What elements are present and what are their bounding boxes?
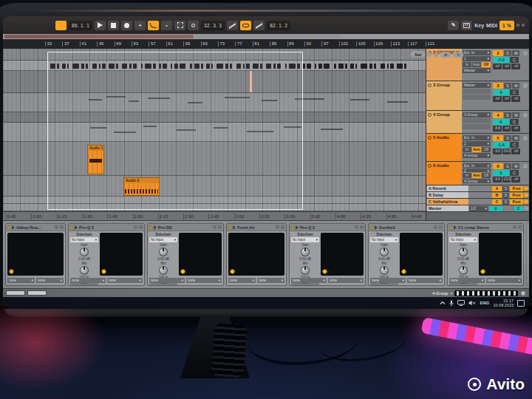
routing-output-chooser[interactable]: Master▾ bbox=[463, 83, 491, 88]
macro-map-slot[interactable]: none▾ bbox=[257, 278, 284, 283]
pan-value[interactable]: C bbox=[510, 119, 519, 125]
hot-swap-icon[interactable] bbox=[276, 225, 279, 229]
gain-knob[interactable] bbox=[301, 248, 310, 256]
audio-clip[interactable]: Audio 1 bbox=[87, 145, 104, 174]
draw-grid-button[interactable]: ✎ bbox=[453, 52, 463, 58]
sidechain-input-chooser[interactable]: No Input▾ bbox=[370, 237, 398, 242]
kick-clip-segment[interactable] bbox=[67, 64, 69, 69]
return-track-header[interactable]: A ReverbASPost bbox=[426, 185, 529, 192]
post-toggle[interactable]: Post bbox=[510, 200, 523, 205]
arm-button[interactable] bbox=[512, 135, 519, 141]
midi-keyboard-overview[interactable] bbox=[6, 290, 25, 296]
clip-stop-button[interactable] bbox=[523, 136, 528, 140]
kick-clip-segment[interactable] bbox=[355, 64, 357, 69]
play-button[interactable] bbox=[95, 21, 106, 30]
arm-button[interactable] bbox=[512, 163, 519, 169]
macro-map-slot[interactable]: none▾ bbox=[149, 278, 185, 283]
unfold-icon[interactable] bbox=[454, 225, 457, 230]
kick-clip-segment[interactable] bbox=[361, 64, 367, 69]
pan-value[interactable]: C bbox=[510, 142, 519, 148]
post-toggle[interactable]: Post bbox=[510, 186, 523, 191]
solo-button[interactable]: S bbox=[504, 135, 511, 141]
plugin-window[interactable] bbox=[479, 233, 522, 276]
plugin-edit-icon[interactable] bbox=[439, 225, 443, 229]
kick-clip-segment[interactable] bbox=[369, 64, 372, 69]
audio-clip[interactable]: Audio 2 bbox=[123, 177, 160, 196]
kick-clip-segment[interactable] bbox=[57, 64, 59, 69]
hot-swap-icon[interactable] bbox=[355, 225, 358, 229]
kick-clip-segment[interactable] bbox=[171, 64, 172, 69]
solo-button[interactable]: S bbox=[504, 50, 511, 56]
loop-start[interactable]: 32. 3. 3 bbox=[201, 21, 225, 30]
arm-button[interactable] bbox=[512, 50, 519, 56]
kick-clip-segment[interactable] bbox=[50, 64, 55, 69]
track-header[interactable]: 4 Group3-Group▾4S0C-8.8-inf-inf bbox=[426, 111, 529, 134]
kick-clip-segment[interactable] bbox=[297, 64, 300, 69]
macro-map-slot[interactable]: none▾ bbox=[7, 278, 35, 283]
unfold-icon[interactable] bbox=[75, 225, 78, 230]
device-titlebar[interactable]: Abbey Roa... bbox=[6, 224, 65, 231]
macro-map-slot[interactable]: none▾ bbox=[407, 278, 443, 283]
kick-clip-segment[interactable] bbox=[277, 64, 281, 69]
routing-input-chooser[interactable]: 1▾ bbox=[463, 56, 491, 61]
unfold-icon[interactable] bbox=[375, 225, 378, 230]
clip-stop-button[interactable] bbox=[523, 83, 528, 88]
unfold-icon[interactable] bbox=[233, 225, 236, 230]
monitor-in-button[interactable]: In bbox=[463, 147, 471, 152]
device-titlebar[interactable]: Pro-DS bbox=[148, 224, 223, 231]
kick-clip-segment[interactable] bbox=[141, 64, 143, 69]
kick-clip-segment[interactable] bbox=[225, 64, 228, 69]
kick-clip-segment[interactable] bbox=[72, 64, 79, 69]
unfold-icon[interactable] bbox=[296, 225, 299, 230]
loop-length[interactable]: 82. 1. 2 bbox=[267, 21, 290, 30]
kick-clip-segment[interactable] bbox=[99, 64, 100, 69]
computer-midi-keyboard-button[interactable] bbox=[461, 21, 472, 30]
punch-in-button[interactable] bbox=[227, 21, 238, 30]
macro-map-slot[interactable]: none▾ bbox=[449, 278, 485, 283]
solo-button[interactable]: S bbox=[504, 163, 511, 169]
language-indicator[interactable]: ENG bbox=[480, 301, 489, 305]
plugin-window[interactable] bbox=[100, 233, 143, 276]
unfold-icon[interactable] bbox=[428, 164, 432, 168]
beat-time-ruler[interactable]: 3337414549535761656973778185899397101105… bbox=[3, 39, 529, 49]
device-titlebar[interactable]: Pro-Q 3 bbox=[69, 224, 144, 231]
routing-input-chooser[interactable]: 2▾ bbox=[463, 168, 491, 173]
solo-button[interactable]: S bbox=[502, 186, 509, 191]
microphone-icon[interactable] bbox=[449, 300, 454, 307]
chevron-up-icon[interactable] bbox=[440, 301, 446, 305]
hot-swap-icon[interactable] bbox=[434, 225, 437, 229]
plugin-edit-icon[interactable] bbox=[139, 225, 143, 229]
device-on-toggle[interactable] bbox=[149, 226, 152, 229]
routing-input-chooser[interactable]: Ext. In▾ bbox=[463, 163, 491, 168]
pan-value[interactable]: C bbox=[510, 89, 519, 95]
solo-button[interactable]: S bbox=[504, 83, 511, 89]
pan-value[interactable]: C bbox=[510, 57, 519, 63]
unfold-icon[interactable] bbox=[428, 136, 432, 140]
return-activator[interactable]: C bbox=[492, 200, 502, 205]
kick-clip-segment[interactable] bbox=[390, 64, 394, 69]
track-activator[interactable]: 3 bbox=[493, 83, 503, 89]
gain-knob[interactable] bbox=[159, 248, 168, 256]
plugin-window[interactable] bbox=[321, 233, 364, 276]
unfold-icon[interactable] bbox=[12, 225, 15, 230]
stop-all-clips-button[interactable] bbox=[524, 206, 528, 211]
kick-clip-segment[interactable] bbox=[303, 64, 305, 69]
kick-clip-segment[interactable] bbox=[236, 64, 241, 69]
kick-clip-segment[interactable] bbox=[397, 64, 403, 69]
mix-knob[interactable] bbox=[159, 266, 168, 275]
kick-clip-segment[interactable] bbox=[381, 64, 385, 69]
routing-output-chooser[interactable]: 3-Group▾ bbox=[463, 112, 491, 117]
monitor-auto-button[interactable]: Auto bbox=[472, 173, 481, 178]
track-activator[interactable]: 2 bbox=[493, 50, 503, 56]
key-map-button[interactable]: Key bbox=[474, 23, 484, 28]
plugin-edit-icon[interactable] bbox=[360, 225, 364, 229]
kick-clip-segment[interactable] bbox=[62, 64, 66, 69]
loop-button[interactable] bbox=[240, 21, 251, 30]
routing-output-chooser[interactable]: Master▾ bbox=[463, 68, 491, 73]
volume-muted-icon[interactable] bbox=[468, 300, 476, 306]
time-ruler[interactable]: 0:451:001:151:301:452:002:152:302:453:00… bbox=[3, 211, 426, 220]
unfold-icon[interactable] bbox=[428, 113, 432, 117]
midi-keyboard-overview[interactable] bbox=[27, 290, 47, 296]
track-activator[interactable]: 4 bbox=[493, 112, 503, 118]
hot-swap-icon[interactable] bbox=[213, 225, 216, 229]
